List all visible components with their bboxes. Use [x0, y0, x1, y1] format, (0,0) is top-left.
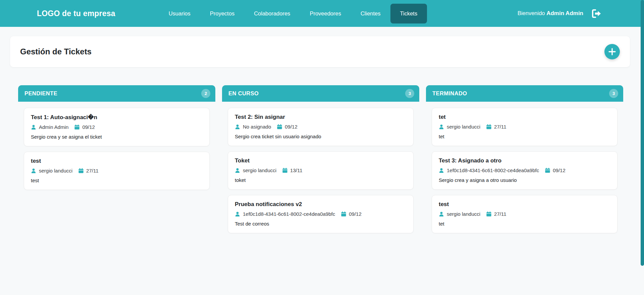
- ticket-title: Test 3: Asignado a otro: [439, 157, 610, 164]
- ticket-assignee-group: 1ef0c1d8-4341-6c61-8002-ce4dea0a9bfc: [439, 167, 539, 173]
- nav-links: UsuariosProyectosColaboradoresProveedore…: [159, 4, 427, 23]
- ticket-card[interactable]: Prueba notificaciones v2 1ef0c1d8-4341-6…: [228, 195, 414, 233]
- ticket-date-group: 09/12: [74, 124, 95, 130]
- ticket-date: 09/12: [553, 167, 566, 173]
- ticket-title: test: [439, 201, 610, 208]
- user-icon: [235, 124, 240, 130]
- ticket-description: tet: [439, 134, 610, 139]
- ticket-date: 09/12: [349, 211, 362, 217]
- ticket-title: tet: [439, 114, 610, 120]
- page-header-card: Gestión de Tickets: [10, 36, 630, 67]
- ticket-description: tet: [439, 221, 610, 227]
- ticket-title: test: [31, 158, 203, 164]
- column-count-badge: 2: [201, 89, 210, 98]
- ticket-date-group: 13/11: [282, 167, 302, 173]
- ticket-assignee: 1ef0c1d8-4341-6c61-8002-ce4dea0a9bfc: [243, 211, 335, 217]
- ticket-description: toket: [235, 177, 407, 183]
- column-header: EN CURSO 3: [222, 85, 419, 102]
- ticket-assignee-group: Admin Admin: [31, 124, 68, 130]
- ticket-assignee-group: sergio landucci: [31, 168, 72, 174]
- welcome-text: Bienvenido Admin Admin: [518, 10, 583, 17]
- ticket-card[interactable]: test sergio landucci: [24, 152, 210, 190]
- ticket-title: Prueba notificaciones v2: [235, 201, 407, 208]
- ticket-date: 27/11: [494, 124, 506, 130]
- column-header: TERMINADO 3: [426, 85, 623, 102]
- ticket-description: test: [31, 178, 203, 183]
- nav-item-proveedores[interactable]: Proveedores: [300, 4, 351, 23]
- ticket-assignee: sergio landucci: [243, 167, 276, 173]
- logo[interactable]: LOGO de tu empresa: [37, 9, 115, 18]
- ticket-date: 27/11: [494, 211, 506, 217]
- ticket-assignee: sergio landucci: [39, 168, 72, 174]
- ticket-date: 09/12: [82, 124, 95, 130]
- ticket-card[interactable]: Test 3: Asignado a otro 1ef0c1d8-4341-6c…: [432, 151, 618, 190]
- calendar-icon: [545, 168, 550, 173]
- user-icon: [31, 125, 36, 130]
- ticket-description: Sergio crea y se asigna el ticket: [31, 134, 203, 140]
- column-title: TERMINADO: [432, 90, 467, 97]
- welcome-prefix: Bienvenido: [518, 10, 545, 16]
- sign-out-icon: [591, 9, 602, 18]
- board-column: EN CURSO 3 Test 2: Sin asignar No asigna…: [222, 85, 419, 239]
- calendar-icon: [486, 211, 491, 216]
- add-ticket-button[interactable]: [604, 44, 620, 59]
- ticket-meta: sergio landucci 27/11: [439, 124, 610, 130]
- welcome-username: Admin Admin: [546, 10, 583, 16]
- calendar-icon: [341, 211, 346, 216]
- nav-item-tickets[interactable]: Tickets: [390, 4, 427, 23]
- ticket-meta: sergio landucci 13/11: [235, 167, 407, 173]
- ticket-date-group: 09/12: [545, 167, 566, 173]
- ticket-meta: sergio landucci 27/11: [439, 211, 610, 217]
- nav-item-clientes[interactable]: Clientes: [351, 4, 390, 23]
- ticket-description: Sergio crea ticket sin usuario asignado: [235, 134, 407, 139]
- column-card-list: Test 2: Sin asignar No asignado: [222, 102, 419, 239]
- ticket-date: 09/12: [285, 124, 298, 130]
- ticket-date-group: 27/11: [486, 124, 506, 130]
- user-icon: [439, 124, 444, 130]
- scrollbar-thumb[interactable]: [641, 0, 644, 266]
- nav-item-colaboradores[interactable]: Colaboradores: [244, 4, 300, 23]
- calendar-icon: [74, 125, 79, 130]
- ticket-description: Test de correos: [235, 221, 407, 227]
- ticket-date-group: 27/11: [78, 168, 98, 174]
- ticket-title: Toket: [235, 157, 407, 164]
- page-title: Gestión de Tickets: [20, 47, 92, 56]
- ticket-assignee: sergio landucci: [447, 211, 480, 217]
- ticket-assignee: sergio landucci: [447, 124, 480, 130]
- ticket-meta: sergio landucci 27/11: [31, 168, 203, 174]
- calendar-icon: [78, 168, 84, 173]
- ticket-date-group: 09/12: [341, 211, 362, 217]
- ticket-card[interactable]: Toket sergio landucci: [228, 151, 414, 190]
- ticket-card[interactable]: test sergio landucci: [432, 195, 618, 233]
- ticket-card[interactable]: tet sergio landucci: [432, 108, 618, 146]
- column-count-badge: 3: [609, 89, 618, 98]
- nav-item-proyectos[interactable]: Proyectos: [200, 4, 244, 23]
- navbar: LOGO de tu empresa UsuariosProyectosCola…: [0, 0, 644, 27]
- user-icon: [235, 211, 240, 217]
- ticket-card[interactable]: Test 1: Auto-asignaci�n Admin Admin: [24, 108, 210, 146]
- nav-item-usuarios[interactable]: Usuarios: [159, 4, 200, 23]
- calendar-icon: [282, 168, 287, 173]
- ticket-assignee: 1ef0c1d8-4341-6c61-8002-ce4dea0a9bfc: [447, 167, 539, 173]
- ticket-assignee: Admin Admin: [39, 124, 68, 130]
- ticket-description: Sergio crea y asigna a otro usuario: [439, 177, 610, 183]
- ticket-date-group: 09/12: [277, 124, 298, 130]
- ticket-date: 27/11: [86, 168, 98, 174]
- logout-button[interactable]: [591, 9, 602, 18]
- ticket-assignee-group: sergio landucci: [439, 124, 480, 130]
- ticket-assignee-group: sergio landucci: [235, 167, 276, 173]
- column-card-list: tet sergio landucci: [426, 102, 623, 239]
- ticket-card[interactable]: Test 2: Sin asignar No asignado: [228, 108, 414, 146]
- ticket-assignee-group: 1ef0c1d8-4341-6c61-8002-ce4dea0a9bfc: [235, 211, 335, 217]
- calendar-icon: [486, 124, 491, 129]
- calendar-icon: [277, 124, 282, 129]
- plus-icon: [608, 48, 616, 56]
- column-card-list: Test 1: Auto-asignaci�n Admin Admin: [18, 102, 215, 196]
- user-icon: [31, 168, 36, 174]
- board-column: TERMINADO 3 tet sergio landucci: [426, 85, 623, 239]
- ticket-assignee-group: No asignado: [235, 124, 271, 130]
- ticket-assignee: No asignado: [243, 124, 271, 130]
- ticket-meta: 1ef0c1d8-4341-6c61-8002-ce4dea0a9bfc 09/…: [439, 167, 610, 173]
- board: PENDIENTE 2 Test 1: Auto-asignaci�n Admi…: [18, 85, 644, 239]
- board-column: PENDIENTE 2 Test 1: Auto-asignaci�n Admi…: [18, 85, 215, 196]
